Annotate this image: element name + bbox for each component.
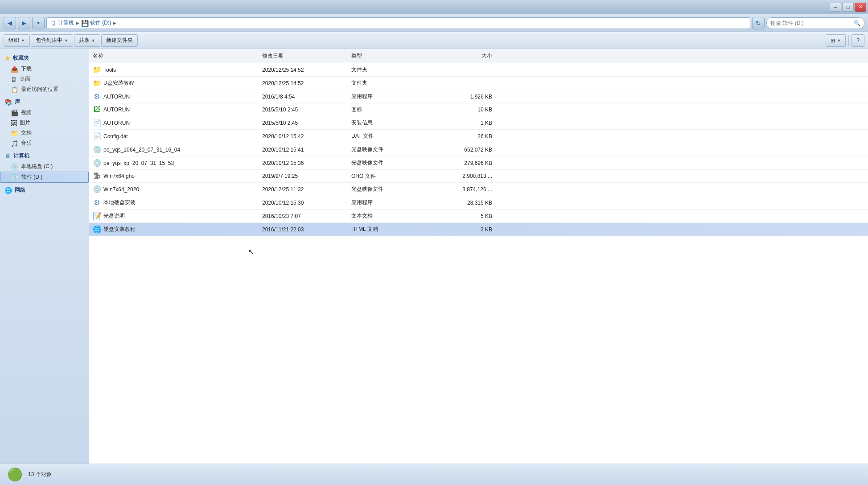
sidebar-network-header[interactable]: 🌐 网络 bbox=[0, 185, 89, 196]
file-icon: 💿 bbox=[93, 159, 101, 167]
sidebar-item-drive-c[interactable]: 💿 本地磁盘 (C:) bbox=[0, 161, 89, 172]
sidebar-item-music[interactable]: 🎵 音乐 bbox=[0, 138, 89, 148]
file-name-cell: 🗜 Win7x64.gho bbox=[89, 171, 259, 181]
file-name-label: Config.dat bbox=[103, 133, 128, 140]
sidebar-library-header[interactable]: 📚 库 bbox=[0, 96, 89, 107]
search-icon: 🔍 bbox=[854, 20, 860, 26]
file-icon: 🖼 bbox=[93, 106, 101, 114]
file-date-cell: 2016/10/23 7:07 bbox=[259, 212, 348, 221]
maximize-button[interactable]: □ bbox=[842, 3, 854, 12]
column-header-size[interactable]: 大小 bbox=[428, 51, 499, 61]
file-icon: 🗜 bbox=[93, 172, 101, 180]
sidebar-favorites-header[interactable]: ★ 收藏夹 bbox=[0, 53, 89, 64]
view-dropdown-arrow: ▼ bbox=[837, 38, 841, 43]
window-controls: ─ □ ✕ bbox=[830, 3, 866, 12]
file-type-cell: DAT 文件 bbox=[348, 131, 428, 141]
sidebar-favorites-section: ★ 收藏夹 📥 下载 🖥 桌面 📋 最近访问的位置 bbox=[0, 53, 89, 95]
downloads-icon: 📥 bbox=[11, 66, 18, 73]
file-size-cell: 1 KB bbox=[428, 119, 499, 127]
file-name-cell: 📄 AUTORUN bbox=[89, 117, 259, 128]
computer-sidebar-icon: 🖥 bbox=[4, 152, 11, 160]
file-name-label: 光盘说明 bbox=[103, 212, 125, 220]
organize-button[interactable]: 组织 ▼ bbox=[4, 34, 30, 47]
table-row[interactable]: 💿 pe_yqs_xp_20_07_31_15_53 2020/10/12 15… bbox=[89, 156, 868, 170]
file-name-cell: 💿 pe_yqs_1064_20_07_31_16_04 bbox=[89, 144, 259, 155]
video-icon: 🎬 bbox=[11, 109, 18, 116]
file-type-cell: HTML 文档 bbox=[348, 224, 428, 234]
organize-dropdown-arrow: ▼ bbox=[21, 38, 25, 43]
file-type-cell: 应用程序 bbox=[348, 197, 428, 208]
file-size-cell: 10 KB bbox=[428, 105, 499, 114]
file-name-label: AUTORUN bbox=[103, 94, 130, 100]
up-button[interactable]: ▼ bbox=[32, 17, 45, 29]
table-row[interactable]: 🖼 AUTORUN 2015/5/10 2:45 图标 10 KB bbox=[89, 103, 868, 116]
sidebar-item-documents[interactable]: 📁 文档 bbox=[0, 128, 89, 138]
file-icon: 📝 bbox=[93, 212, 101, 220]
sidebar-item-drive-d[interactable]: 💿 软件 (D:) bbox=[0, 172, 89, 183]
sidebar-item-video[interactable]: 🎬 视频 bbox=[0, 107, 89, 118]
file-icon: 📄 bbox=[93, 119, 101, 127]
include-dropdown-arrow: ▼ bbox=[64, 38, 68, 43]
column-header-date[interactable]: 修改日期 bbox=[259, 51, 348, 61]
file-size-cell: 3 KB bbox=[428, 225, 499, 234]
breadcrumb-separator-2: ▶ bbox=[113, 21, 116, 25]
breadcrumb-item-drive[interactable]: 💾 软件 (D:) bbox=[81, 19, 111, 27]
file-date-cell: 2020/12/25 14:52 bbox=[259, 79, 348, 88]
file-rows-container: 📁 Tools 2020/12/25 14:52 文件夹 📁 U盘安装教程 20… bbox=[89, 63, 868, 236]
sidebar-item-pictures[interactable]: 🖼 图片 bbox=[0, 118, 89, 128]
view-button[interactable]: ⊞ ▼ bbox=[826, 34, 846, 47]
address-bar: ◀ ▶ ▼ 🖥 计算机 ▶ 💾 软件 (D:) ▶ ↻ 🔍 bbox=[0, 14, 868, 32]
table-row[interactable]: ⚙ 本地硬盘安装 2020/10/12 15:30 应用程序 28,315 KB bbox=[89, 196, 868, 210]
file-name-label: U盘安装教程 bbox=[103, 79, 134, 87]
table-row[interactable]: 📝 光盘说明 2016/10/23 7:07 文本文档 5 KB bbox=[89, 210, 868, 223]
file-type-cell: 图标 bbox=[348, 105, 428, 115]
forward-button[interactable]: ▶ bbox=[18, 17, 30, 29]
column-header-name[interactable]: 名称 bbox=[89, 51, 259, 61]
file-icon: 📁 bbox=[93, 79, 101, 87]
file-name-cell: 💿 Win7x64_2020 bbox=[89, 184, 259, 195]
sidebar-computer-header[interactable]: 🖥 计算机 bbox=[0, 150, 89, 161]
breadcrumb-item-computer[interactable]: 🖥 计算机 bbox=[50, 19, 74, 27]
file-name-cell: ⚙ AUTORUN bbox=[89, 91, 259, 102]
breadcrumb-drive-label: 软件 (D:) bbox=[90, 19, 111, 27]
drive-d-icon: 💿 bbox=[11, 174, 19, 181]
sidebar-item-downloads[interactable]: 📥 下载 bbox=[0, 64, 89, 74]
file-type-cell: 应用程序 bbox=[348, 91, 428, 102]
table-row[interactable]: 📁 Tools 2020/12/25 14:52 文件夹 bbox=[89, 63, 868, 77]
file-date-cell: 2020/10/12 15:42 bbox=[259, 132, 348, 141]
table-row[interactable]: 💿 Win7x64_2020 2020/12/25 11:32 光盘映像文件 3… bbox=[89, 183, 868, 196]
file-type-cell: 文件夹 bbox=[348, 65, 428, 75]
minimize-button[interactable]: ─ bbox=[830, 3, 841, 12]
new-folder-button[interactable]: 新建文件夹 bbox=[101, 34, 138, 47]
file-date-cell: 2015/5/10 2:45 bbox=[259, 105, 348, 114]
share-dropdown-arrow: ▼ bbox=[91, 38, 95, 43]
close-button[interactable]: ✕ bbox=[855, 3, 866, 12]
file-name-label: Tools bbox=[103, 67, 116, 73]
back-button[interactable]: ◀ bbox=[4, 17, 16, 29]
table-row[interactable]: ⚙ AUTORUN 2016/1/8 4:54 应用程序 1,926 KB bbox=[89, 90, 868, 103]
table-row[interactable]: 📁 U盘安装教程 2020/12/25 14:52 文件夹 bbox=[89, 77, 868, 90]
include-library-button[interactable]: 包含到库中 ▼ bbox=[31, 34, 73, 47]
toolbar-separator bbox=[848, 35, 849, 46]
help-button[interactable]: ? bbox=[852, 34, 864, 47]
search-bar[interactable]: 🔍 bbox=[766, 17, 864, 29]
file-name-label: AUTORUN bbox=[103, 107, 130, 113]
file-size-cell: 5 KB bbox=[428, 212, 499, 221]
search-input[interactable] bbox=[770, 20, 852, 26]
file-icon: 💿 bbox=[93, 185, 101, 193]
table-row[interactable]: 📄 Config.dat 2020/10/12 15:42 DAT 文件 36 … bbox=[89, 130, 868, 143]
share-button[interactable]: 共享 ▼ bbox=[74, 34, 100, 47]
sidebar-item-desktop[interactable]: 🖥 桌面 bbox=[0, 74, 89, 84]
table-row[interactable]: 🌐 硬盘安装教程 2016/11/21 22:03 HTML 文档 3 KB bbox=[89, 223, 868, 236]
table-row[interactable]: 💿 pe_yqs_1064_20_07_31_16_04 2020/10/12 … bbox=[89, 143, 868, 156]
toolbar: 组织 ▼ 包含到库中 ▼ 共享 ▼ 新建文件夹 ⊞ ▼ ? bbox=[0, 32, 868, 49]
view-icon: ⊞ bbox=[831, 37, 835, 44]
table-row[interactable]: 🗜 Win7x64.gho 2019/9/7 19:25 GHO 文件 2,90… bbox=[89, 170, 868, 183]
column-header-type[interactable]: 类型 bbox=[348, 51, 428, 61]
refresh-button[interactable]: ↻ bbox=[752, 17, 765, 29]
file-type-cell: 光盘映像文件 bbox=[348, 158, 428, 168]
sidebar-item-recent[interactable]: 📋 最近访问的位置 bbox=[0, 84, 89, 95]
table-row[interactable]: 📄 AUTORUN 2015/5/10 2:45 安装信息 1 KB bbox=[89, 116, 868, 130]
breadcrumb-bar[interactable]: 🖥 计算机 ▶ 💾 软件 (D:) ▶ bbox=[46, 17, 750, 29]
file-area: 名称 修改日期 类型 大小 📁 Tools 2020/12/25 14:52 文… bbox=[89, 49, 868, 464]
